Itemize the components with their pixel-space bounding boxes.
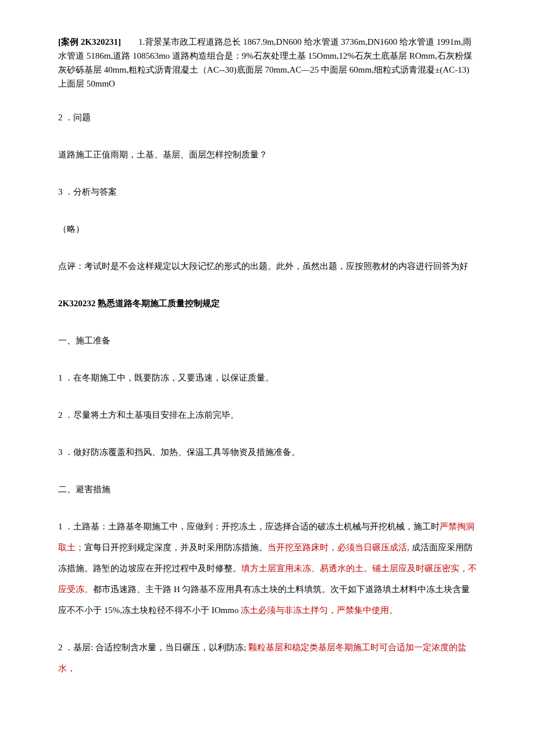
- hazard-item-1: 1 ．土路基：土路基冬期施工中，应做到：开挖冻土，应选择合适的破冻土机械与开挖机…: [58, 516, 477, 621]
- prep-item-1: 1 ．在冬期施工中，既要防冻，又要迅速，以保证质量。: [58, 367, 477, 388]
- answer-number: 3 ．分析与答案: [58, 181, 477, 202]
- hazard-1-red-4: 冻土必须与非冻土拌匀，严禁集中使用。: [241, 605, 398, 615]
- prep-item-3: 3 ．做好防冻覆盖和挡风、加热、保温工具等物资及措施准备。: [58, 442, 477, 463]
- hazard-1-red-2: 当开挖至路床时，必须当日碾压成活,: [268, 543, 409, 552]
- prep-item-2: 2 ．尽量将土方和土基项目安排在上冻前完毕。: [58, 404, 477, 425]
- question-text: 道路施工正值雨期，土基、基层、面层怎样控制质量？: [58, 144, 477, 165]
- case-background: [案例 2K320231] 1.背景某市政工程道路总长 1867.9m,DN60…: [58, 35, 477, 91]
- hazard-heading: 二、避害措施: [58, 479, 477, 500]
- preparation-heading: 一、施工准备: [58, 330, 477, 351]
- hazard-1-text-a: 1 ．土路基：土路基冬期施工中，应做到：开挖冻土，应选择合适的破冻土机械与开挖机…: [58, 522, 440, 531]
- answer-text: （略）: [58, 218, 477, 239]
- hazard-item-2: 2 ．基层: 合适控制含水量，当日碾压，以利防冻; 颗粒基层和稳定类基层冬期施工…: [58, 637, 477, 679]
- hazard-1-text-b: 宜每日开挖到规定深度，并及时采用防冻措施。: [84, 543, 268, 552]
- commentary: 点评：考试时是不会这样规定以大段记忆的形式的出题。此外，虽然出题，应按照教材的内…: [58, 256, 477, 277]
- question-number: 2 ．问题: [58, 107, 477, 128]
- hazard-2-text-a: 2 ．基层: 合适控制含水量，当日碾压，以利防冻;: [58, 643, 248, 652]
- case-label: [案例 2K320231]: [58, 37, 121, 46]
- section-2-title: 2K320232 熟悉道路冬期施工质量控制规定: [58, 293, 477, 314]
